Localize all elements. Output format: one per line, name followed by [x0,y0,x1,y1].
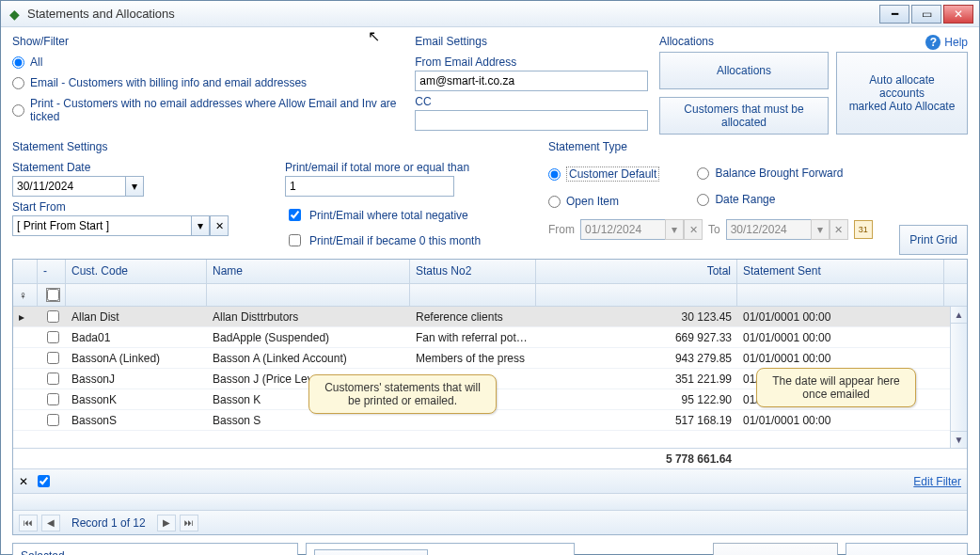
col-name[interactable]: Name [207,260,410,283]
radio-open-item[interactable]: Open Item [548,195,659,208]
start-from-input[interactable] [12,215,191,236]
col-cust-code[interactable]: Cust. Code [66,260,207,283]
radio-email[interactable]: Email - Customers with billing info and … [12,76,403,89]
radio-all[interactable]: All [12,56,403,69]
cell-name: Basson A (Linked Account) [207,352,410,365]
filter-indicator[interactable]: ♀ [13,284,38,306]
col-status[interactable]: Status No2 [410,260,536,283]
from-date-input [580,219,665,240]
row-checkbox[interactable] [38,390,66,408]
to-label: To [708,223,720,236]
start-from-dropdown[interactable]: ▾ [191,215,210,236]
filter-clear-x[interactable]: ✕ [19,475,28,488]
threshold-input[interactable] [285,176,454,197]
row-checkbox[interactable] [38,308,66,325]
statement-date-label: Statement Date [12,161,257,174]
calendar-icon[interactable]: 31 [854,220,873,239]
row-checkbox[interactable] [38,328,66,346]
cell-name: Basson S [207,414,410,427]
vertical-scrollbar[interactable]: ▲ ▼ [950,307,967,448]
edit-filter-link[interactable]: Edit Filter [913,475,961,488]
cell-code: BassonA (Linked) [66,352,207,365]
cc-input[interactable] [415,110,648,131]
col-indicator[interactable] [13,260,38,283]
selected-title: Selected [21,549,290,555]
scroll-up-icon[interactable]: ▲ [951,307,967,324]
cell-status: Members of the press [410,352,536,365]
cell-name: BadApple (Suspended) [207,331,410,344]
grid-totals-row: 5 778 661.64 [13,448,967,468]
horizontal-scrollbar[interactable] [13,493,967,510]
cell-status: Fan with referral potential [410,331,536,344]
cell-code: BassonK [66,393,207,406]
radio-date-range[interactable]: Date Range [697,193,843,206]
table-row[interactable]: BassonA (Linked)Basson A (Linked Account… [13,348,967,369]
filter-panel: ✖Clear Grid Filter Sorted by customer co… [306,543,575,555]
radio-bbf[interactable]: Balance Brought Forward [697,166,843,180]
zero-checkbox[interactable]: Print/Email if became 0 this month [285,231,520,249]
help-icon: ? [925,35,940,50]
show-filter-label: Show/Filter [12,35,403,48]
grid: - Cust. Code Name Status No2 Total State… [12,259,968,535]
statement-date-dropdown[interactable]: ▾ [125,176,144,197]
nav-prev[interactable]: ◀ [41,515,60,531]
cell-total: 669 927.33 [536,331,737,344]
record-indicator: Record 1 of 12 [64,516,153,530]
cell-status: Reference clients [410,310,536,324]
cell-name: Allan Disttrbutors [207,310,410,324]
to-date-clear: ✕ [830,219,848,240]
radio-customer-default[interactable]: Customer Default [548,166,659,182]
col-total[interactable]: Total [536,260,737,283]
statement-type-label: Statement Type [548,140,968,153]
row-checkbox[interactable] [38,411,66,429]
callout-customers: Customers' statements that will be print… [308,374,497,414]
window-title: Statements and Allocations [27,7,879,21]
email-selected-button[interactable]: ✉ Email Selected [713,543,838,555]
help-link[interactable]: ? Help [925,35,968,50]
col-check[interactable]: - [38,260,66,283]
row-checkbox[interactable] [38,370,66,388]
cell-code: Bada01 [66,331,207,344]
to-date-input [726,219,811,240]
filter-toggle[interactable] [38,475,50,487]
from-email-input[interactable] [415,71,648,91]
maximize-button[interactable]: ▭ [911,5,941,24]
radio-print[interactable]: Print - Customers with no email addresse… [12,97,403,123]
col-sent[interactable]: Statement Sent [737,260,944,283]
clear-grid-filter-button[interactable]: ✖Clear Grid Filter [314,549,428,555]
table-row[interactable]: Bada01BadApple (Suspended)Fan with refer… [13,327,967,348]
nav-first[interactable]: ⏮ [19,515,38,531]
cell-total: 95 122.90 [536,393,737,406]
allocations-button[interactable]: Allocations [659,52,829,89]
neg-checkbox[interactable]: Print/Email where total negative [285,206,520,224]
from-label: From [548,223,575,236]
cell-sent: 01/01/0001 00:00 [737,352,944,365]
statement-date-input[interactable] [12,176,125,197]
cc-label: CC [415,95,648,108]
email-settings-label: Email Settings [415,35,648,48]
callout-date: The date will appear here once emailed [756,368,916,407]
close-button[interactable]: ✕ [943,5,973,24]
start-from-clear[interactable]: ✕ [210,215,229,236]
cell-sent: 01/01/0001 00:00 [737,310,944,324]
grid-filter-row[interactable]: ♀ [13,284,967,307]
from-email-label: From Email Address [415,56,648,69]
row-checkbox[interactable] [38,349,66,367]
scroll-down-icon[interactable]: ▼ [951,431,967,448]
cell-code: Allan Dist [66,310,207,324]
table-row[interactable]: ▸Allan DistAllan DisttrbutorsReference c… [13,307,967,327]
cell-total: 943 279.85 [536,352,737,365]
grid-nav: ⏮ ◀ Record 1 of 12 ▶ ⏭ [13,510,967,534]
cell-code: BassonS [66,414,207,427]
nav-last[interactable]: ⏭ [180,515,198,531]
filter-check[interactable] [38,284,66,306]
auto-allocate-button[interactable]: Auto allocate accounts marked Auto Alloc… [836,52,968,135]
from-date-clear: ✕ [684,219,703,240]
print-selected-button[interactable]: 🖶 Print Selected [846,543,968,555]
cell-sent: 01/01/0001 00:00 [737,414,944,427]
customers-allocated-button[interactable]: Customers that must be allocated [659,97,829,135]
nav-next[interactable]: ▶ [157,515,176,531]
grid-header: - Cust. Code Name Status No2 Total State… [13,260,967,284]
minimize-button[interactable]: ━ [879,5,909,24]
print-grid-button[interactable]: Print Grid [899,225,968,255]
